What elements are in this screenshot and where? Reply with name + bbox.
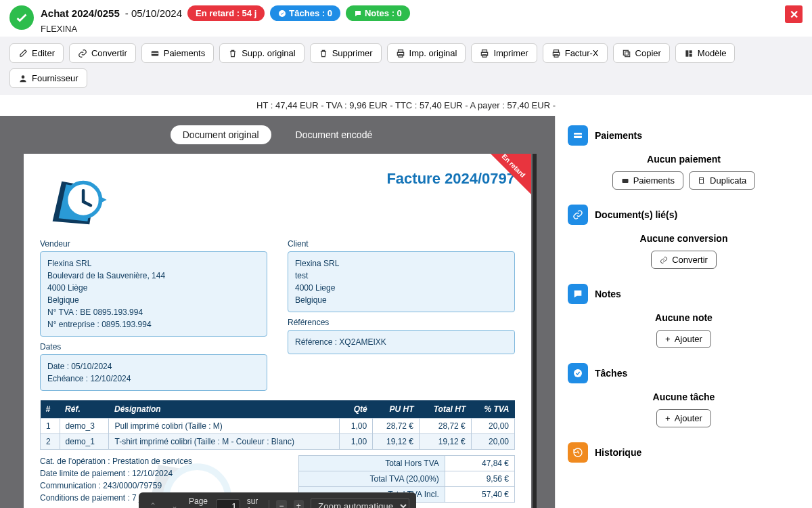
- status-check-icon: [9, 5, 34, 30]
- pdf-zoom-in[interactable]: +: [294, 500, 304, 508]
- mod-le-button[interactable]: Modèle: [675, 43, 736, 63]
- payments-title: Paiements: [595, 130, 642, 141]
- payments-empty: Aucun paiement: [568, 154, 800, 165]
- convert-button[interactable]: Convertir: [651, 251, 717, 269]
- notes-title: Notes: [595, 289, 621, 299]
- pdf-page-input[interactable]: [216, 499, 240, 509]
- payments-button[interactable]: Paiements: [612, 171, 683, 190]
- tasks-badge: Tâches : 0: [270, 5, 340, 21]
- pdf-zoom-select[interactable]: Zoom automatique: [311, 498, 409, 509]
- imprimer-button[interactable]: Imprimer: [471, 43, 537, 63]
- svg-rect-14: [685, 50, 688, 56]
- svg-rect-2: [151, 52, 158, 54]
- refs-box: Référence : XQ2AMEIXK: [288, 330, 515, 354]
- svg-rect-13: [623, 50, 628, 55]
- svg-rect-21: [574, 135, 582, 136]
- svg-point-24: [574, 369, 582, 377]
- svg-rect-15: [689, 50, 692, 53]
- pdf-toolbar: ⌃ ⌄ Page : sur 1 − + Zoom automatique: [139, 492, 416, 508]
- table-row: 1demo_3Pull imprimé colibri (Taille : M)…: [41, 419, 515, 434]
- svg-point-0: [279, 10, 286, 17]
- svg-rect-16: [689, 54, 692, 56]
- summary-bar: HT : 47,44 EUR - TVA : 9,96 EUR - TTC : …: [0, 95, 812, 116]
- history-icon: [568, 442, 588, 463]
- convertir-button[interactable]: Convertir: [69, 43, 136, 63]
- vendor-label: Vendeur: [40, 239, 267, 249]
- supprimer-button[interactable]: Supprimer: [310, 43, 382, 63]
- editer-button[interactable]: Editer: [9, 43, 64, 63]
- svg-rect-12: [625, 51, 629, 56]
- tasks-icon: [568, 363, 588, 383]
- refs-label: Références: [288, 318, 515, 327]
- linked-title: Document(s) lié(s): [595, 209, 677, 220]
- add-note-button[interactable]: +Ajouter: [656, 330, 711, 348]
- document-date: 05/10/2024: [131, 7, 182, 19]
- svg-rect-22: [622, 179, 628, 183]
- client-label: Client: [288, 239, 515, 249]
- notes-empty: Aucune note: [568, 312, 800, 323]
- copier-button[interactable]: Copier: [613, 43, 670, 63]
- linked-empty: Aucune conversion: [568, 233, 800, 244]
- vendor-box: Flexina SRLBoulevard de la Sauvenière, 1…: [40, 251, 267, 337]
- table-row: 2demo_1T-shirt imprimé colibri (Taille :…: [41, 434, 515, 450]
- notes-icon: [568, 284, 588, 304]
- duplicata-button[interactable]: Duplicata: [689, 171, 755, 190]
- pdf-prev-page[interactable]: ⌃: [145, 500, 160, 508]
- client-box: Flexina SRLtest4000 LiegeBelgique: [288, 251, 515, 312]
- factur-x-button[interactable]: Factur-X: [543, 43, 608, 63]
- payments-icon: [568, 125, 588, 146]
- linked-icon: [568, 205, 588, 225]
- history-title: Historique: [595, 447, 641, 458]
- supplier-name: FLEXINA: [41, 24, 778, 34]
- tasks-empty: Aucune tâche: [568, 391, 800, 402]
- dates-box: Date : 05/10/2024Echéance : 12/10/2024: [40, 354, 267, 391]
- pdf-page-total: sur 1: [247, 496, 263, 508]
- pdf-next-page[interactable]: ⌄: [167, 500, 182, 508]
- close-button[interactable]: ✕: [785, 5, 803, 23]
- svg-point-17: [22, 75, 25, 79]
- supp-original-button[interactable]: Supp. original: [219, 43, 304, 63]
- document-title: Achat 2024/0255: [41, 7, 120, 19]
- late-badge: En retard : 54 j: [187, 5, 265, 21]
- tab-original[interactable]: Document original: [171, 125, 271, 144]
- dates-label: Dates: [40, 342, 267, 352]
- invoice-lines-table: # Réf. Désignation Qté PU HT Total HT % …: [40, 400, 515, 450]
- pdf-page-label: Page :: [189, 496, 209, 508]
- add-task-button[interactable]: +Ajouter: [656, 409, 711, 427]
- invoice-page: En retard Facture 2024/0797 Vendeur Flex…: [24, 154, 531, 508]
- pdf-zoom-out[interactable]: −: [276, 500, 286, 508]
- imp-original-button[interactable]: Imp. original: [387, 43, 466, 63]
- fournisseur-button[interactable]: Fournisseur: [9, 68, 87, 88]
- company-logo-icon: [40, 166, 114, 234]
- svg-rect-23: [700, 177, 704, 183]
- notes-badge: Notes : 0: [346, 5, 410, 21]
- tab-encoded[interactable]: Document encodé: [284, 125, 385, 144]
- tasks-title: Tâches: [595, 368, 627, 379]
- paiements-button[interactable]: Paiements: [141, 43, 214, 63]
